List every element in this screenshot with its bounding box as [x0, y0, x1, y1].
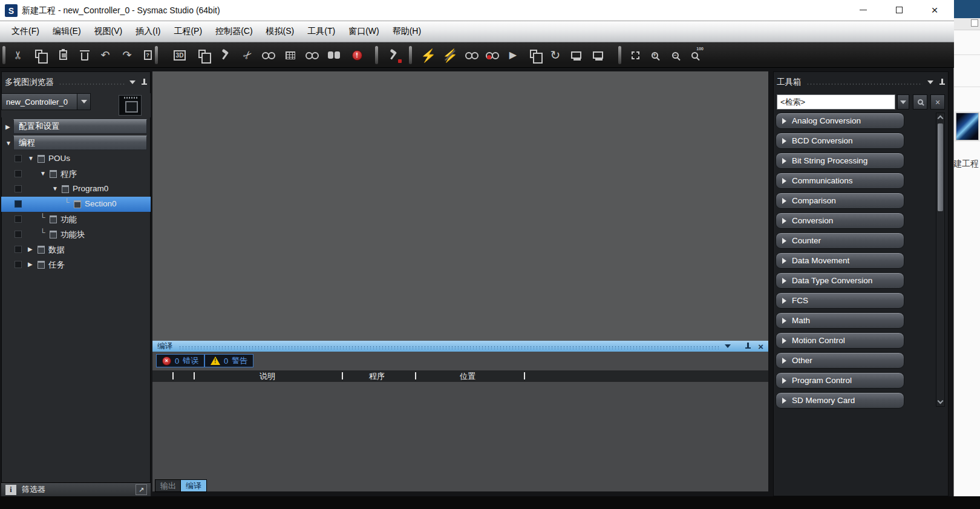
paste-icon[interactable]	[53, 45, 73, 65]
tab-output[interactable]: 输出	[155, 479, 181, 492]
search-dropdown-button[interactable]	[897, 94, 909, 110]
build-icon[interactable]	[215, 45, 235, 65]
start-monitor-icon[interactable]	[462, 45, 482, 65]
column-divider[interactable]	[524, 372, 525, 379]
synchronize-icon[interactable]: ↻	[546, 45, 565, 65]
tree-checkbox[interactable]	[15, 170, 22, 177]
toolbox-category-data-movement[interactable]: Data Movement	[776, 252, 904, 269]
search-button[interactable]	[913, 94, 927, 110]
tree-item-section0-selected[interactable]: └ Section0	[1, 197, 151, 212]
collapse-arrow-icon[interactable]: ▶	[5, 123, 10, 130]
pin-icon[interactable]	[939, 79, 945, 87]
toolbox-category-math[interactable]: Math	[776, 312, 904, 329]
stop-monitor-icon[interactable]	[483, 45, 502, 65]
section-config-settings[interactable]: ▶ 配置和设置	[1, 119, 151, 134]
toolbox-category-data-type-conversion[interactable]: Data Type Conversion	[776, 272, 904, 289]
chevron-down-icon[interactable]	[927, 80, 933, 84]
expand-arrow-icon[interactable]: ▼	[40, 171, 46, 177]
filter-bar[interactable]: i 筛选器 ↗	[1, 482, 151, 496]
3d-view-icon[interactable]: 3D	[170, 45, 189, 65]
expand-arrow-icon[interactable]: ▼	[5, 140, 11, 146]
transfer-to-controller-icon[interactable]	[566, 45, 586, 65]
maximize-button[interactable]	[885, 0, 913, 20]
toolbox-category-comparison[interactable]: Comparison	[776, 192, 904, 209]
search-clear-button[interactable]: ×	[930, 94, 945, 110]
close-icon[interactable]: ×	[758, 342, 763, 351]
section-label[interactable]: 编程	[13, 136, 147, 150]
menu-window[interactable]: 窗口(W)	[342, 21, 386, 42]
copy-stack-icon[interactable]	[525, 45, 544, 65]
tab-build[interactable]: 编译	[180, 479, 207, 492]
menu-tools[interactable]: 工具(T)	[301, 21, 342, 42]
tree-checkbox[interactable]	[15, 215, 22, 223]
tree-item-functions[interactable]: └ 功能	[1, 212, 151, 227]
toolbox-category-program-control[interactable]: Program Control	[776, 372, 904, 389]
abort-icon[interactable]: !	[347, 45, 367, 65]
chevron-down-icon[interactable]	[725, 344, 731, 348]
toolbox-category-communications[interactable]: Communications	[776, 172, 904, 189]
build-panel-header[interactable]: 编译 ×	[152, 341, 768, 352]
tree-item-function-blocks[interactable]: └ 功能块	[1, 227, 151, 242]
controller-dropdown-arrow[interactable]	[77, 94, 90, 110]
toolbox-category-counter[interactable]: Counter	[776, 232, 904, 249]
minimize-button[interactable]	[849, 0, 877, 20]
delete-icon[interactable]	[75, 45, 94, 65]
section-label[interactable]: 配置和设置	[13, 119, 147, 134]
transfer-from-controller-icon[interactable]	[588, 45, 607, 65]
watch-table-icon[interactable]	[281, 45, 300, 65]
column-divider[interactable]	[172, 372, 174, 379]
pin-icon[interactable]	[745, 343, 751, 350]
tree-item-pous[interactable]: ▼ POUs	[1, 151, 151, 166]
tree-checkbox[interactable]	[15, 200, 22, 208]
column-divider[interactable]	[342, 372, 343, 379]
controller-select[interactable]: new_Controller_0	[1, 93, 91, 110]
toolbox-category-bcd-conversion[interactable]: BCD Conversion	[776, 133, 904, 149]
zoom-100-icon[interactable]: 100	[685, 45, 704, 65]
pin-icon[interactable]	[142, 79, 147, 87]
expand-arrow-icon[interactable]: ▼	[28, 156, 34, 162]
copy-icon[interactable]	[30, 45, 50, 65]
go-offline-icon[interactable]: ⚡	[440, 45, 460, 65]
expand-arrow-icon[interactable]: ▼	[52, 186, 58, 192]
tree-item-programs[interactable]: ▼ 程序	[1, 166, 151, 182]
tree-checkbox[interactable]	[15, 246, 22, 253]
zoom-in-icon[interactable]: +	[645, 45, 664, 65]
toolbox-category-sd-memory-card[interactable]: SD Memory Card	[776, 392, 904, 409]
scroll-up-icon[interactable]	[938, 116, 944, 122]
scroll-down-icon[interactable]	[938, 398, 944, 404]
section-programming[interactable]: ▼ 编程	[1, 136, 151, 151]
menu-view[interactable]: 视图(V)	[88, 21, 129, 42]
toolbox-category-other[interactable]: Other	[776, 352, 904, 369]
redo-icon[interactable]: ↷	[117, 45, 137, 65]
menu-file[interactable]: 文件(F)	[5, 21, 46, 42]
column-divider[interactable]	[194, 372, 195, 379]
filter-pin-icon[interactable]: ↗	[136, 484, 147, 495]
tree-item-program0[interactable]: ▼ Program0	[1, 182, 151, 197]
data-trace-icon[interactable]	[302, 45, 322, 65]
tree-checkbox[interactable]	[15, 185, 22, 192]
toolbox-category-analog-conversion[interactable]: Analog Conversion	[776, 113, 904, 129]
toolbox-category-fcs[interactable]: FCS	[776, 292, 904, 309]
zoom-out-icon[interactable]: −	[665, 45, 685, 65]
toolbox-scrollbar[interactable]	[936, 113, 945, 407]
close-button[interactable]: ×	[921, 0, 949, 20]
menu-insert[interactable]: 插入(I)	[129, 21, 167, 42]
menu-project[interactable]: 工程(P)	[167, 21, 209, 42]
tree-item-tasks[interactable]: ▶ 任务	[1, 257, 151, 272]
background-checkbox[interactable]	[971, 19, 978, 27]
watch-window-icon[interactable]	[259, 45, 278, 65]
build-controller-icon[interactable]	[384, 45, 403, 65]
column-divider[interactable]	[415, 372, 416, 379]
toolbox-category-bit-string-processing[interactable]: Bit String Processing	[776, 153, 904, 169]
undo-icon[interactable]: ↶	[96, 45, 115, 65]
collapse-arrow-icon[interactable]: ▶	[28, 261, 33, 268]
menu-simulation[interactable]: 模拟(S)	[260, 21, 301, 42]
collapse-arrow-icon[interactable]: ▶	[28, 246, 33, 252]
scrollbar-thumb[interactable]	[938, 123, 943, 211]
cut-icon[interactable]: ✂	[8, 45, 28, 65]
toolbox-search-input[interactable]	[777, 94, 895, 110]
menu-controller[interactable]: 控制器(C)	[209, 21, 259, 42]
menu-edit[interactable]: 编辑(E)	[46, 21, 88, 42]
toolbox-category-motion-control[interactable]: Motion Control	[776, 332, 904, 349]
tree-item-data[interactable]: ▶ 数据	[1, 242, 151, 257]
